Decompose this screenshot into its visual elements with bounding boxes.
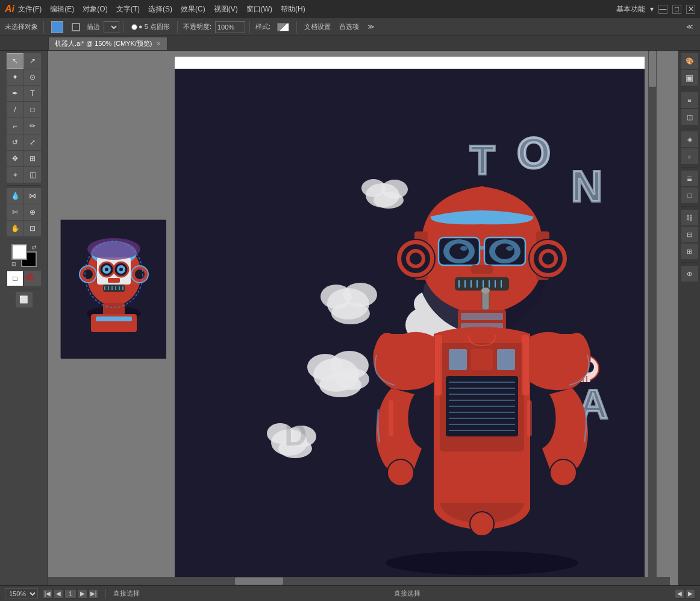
thumbnail-preview [60,219,166,358]
layers-button[interactable]: ≣ [681,171,698,186]
gradient-tool[interactable]: ◫ [24,167,41,183]
svg-rect-130 [522,335,529,395]
next-page-button[interactable]: ▶| [89,589,98,599]
scroll-right-button[interactable]: ▶ [686,589,695,599]
svg-point-38 [373,192,404,209]
reset-colors-icon[interactable]: ⊡ [11,261,16,267]
robot-artwork: D T [181,75,639,581]
thumbnail-svg [61,220,166,359]
color-panel-button[interactable]: 🎨 [681,53,698,69]
tool-row-3: ✒ T [7,86,41,101]
prev-page-button[interactable]: |◀ [43,589,52,599]
select-tool[interactable]: ↖ [7,53,23,69]
fill-color-swatch[interactable] [48,20,66,34]
svg-rect-125 [471,349,493,370]
scroll-left-button[interactable]: ◀ [675,589,684,599]
align-button[interactable]: ⊟ [681,227,698,242]
menu-window[interactable]: 窗口(W) [246,4,272,14]
rect-tool[interactable]: □ [24,102,41,118]
foreground-color-swatch[interactable] [11,244,27,260]
pathfinder-button[interactable]: ⊕ [681,266,698,282]
color-mode-none[interactable]: ⊘ [24,271,41,286]
gradient-panel-button[interactable]: ◫ [681,109,698,125]
vscroll-thumb[interactable] [649,51,656,87]
color-mode-fill[interactable]: □ [7,271,23,286]
rp-sep-4 [681,206,698,207]
menu-file[interactable]: 文件(F) [18,4,42,14]
close-button[interactable]: ✕ [686,5,695,14]
swap-colors-icon[interactable]: ⇄ [32,244,37,250]
minimize-button[interactable]: — [658,5,667,14]
style-label: 样式: [254,22,272,31]
stroke-color-swatch[interactable] [69,20,83,34]
page-input[interactable] [64,589,77,599]
blend-tool[interactable]: ⋈ [24,188,41,204]
menu-select[interactable]: 选择(S) [148,4,172,14]
scissors-tool[interactable]: ✄ [7,204,23,220]
next-button[interactable]: ▶ [78,589,87,599]
direct-select-tool[interactable]: ↗ [24,53,41,69]
vertical-scrollbar[interactable] [648,51,657,585]
extra-tool[interactable]: ⊡ [24,221,41,236]
menu-view[interactable]: 视图(V) [214,4,238,14]
lasso-tool[interactable]: ⊙ [24,69,41,85]
preferences-button[interactable]: 首选项 [336,20,362,34]
stroke-panel-button[interactable]: ≡ [681,92,698,108]
tab-close-button[interactable]: ✕ [156,40,161,47]
prev-button[interactable]: ◀ [54,589,63,599]
line-tool[interactable]: / [7,102,23,118]
shape-builder-tool[interactable]: ⌖ [7,167,23,183]
toolbar-collapse-button[interactable]: ≪ [683,20,696,34]
opacity-input[interactable] [215,21,245,33]
zoom-select[interactable]: 150% [5,588,38,599]
status-bar: 150% |◀ ◀ ▶ ▶| 直接选择 直接选择 ◀ ▶ [0,585,700,601]
magic-wand-tool[interactable]: ✦ [7,69,23,85]
doc-settings-button[interactable]: 文档设置 [301,20,334,34]
menu-edit[interactable]: 编辑(E) [50,4,74,14]
pen-tool[interactable]: ✒ [7,86,23,101]
tb-sep-2 [123,21,124,33]
menu-effect[interactable]: 效果(C) [181,4,205,14]
transform-button[interactable]: ⊞ [681,244,698,259]
style-swatch[interactable] [274,20,292,34]
canvas-area[interactable]: D T [48,51,678,585]
shape-indicator[interactable]: ● 5 点圆形 [128,20,173,34]
horizontal-scrollbar[interactable] [48,577,670,585]
stroke-width-select[interactable] [104,21,119,33]
artboards-button[interactable]: □ [681,187,698,203]
eyedropper-tool[interactable]: 💧 [7,188,23,204]
color-stack: ⇄ ⊡ [11,244,37,267]
zoom-tool[interactable]: ⊕ [24,204,41,220]
artboard-content: D T [175,69,645,585]
style-box [277,23,289,31]
document-tab[interactable]: 机器人.ai* @ 150% (CMYK/预览) ✕ [48,37,167,50]
menu-object[interactable]: 对象(O) [83,4,107,14]
menu-help[interactable]: 帮助(H) [281,4,305,14]
scale-tool[interactable]: ⤢ [24,134,41,150]
artboard-tool[interactable]: ⬜ [16,292,33,307]
graphic-styles-button[interactable]: ⬦ [681,148,698,164]
puppet-warp-tool[interactable]: ✥ [7,151,23,166]
hscroll-thumb[interactable] [235,577,283,585]
svg-point-131 [470,512,494,536]
menu-bar[interactable]: 文件(F) 编辑(E) 对象(O) 文字(T) 选择(S) 效果(C) 视图(V… [18,4,305,14]
free-transform-tool[interactable]: ⊞ [24,151,41,166]
right-panel: 🎨 ▣ ≡ ◫ ◈ ⬦ ≣ □ ⛓ ⊟ ⊞ ⊕ [678,51,700,585]
hand-tool[interactable]: ✋ [7,221,23,236]
type-tool[interactable]: T [24,86,41,101]
tool-row-11: ✋ ⊡ [7,221,41,236]
pencil-tool[interactable]: ✏ [24,118,41,134]
paintbrush-tool[interactable]: ⌐ [7,118,23,134]
fill-swatch[interactable] [51,21,63,33]
main-area: ↖ ↗ ✦ ⊙ ✒ T / □ ⌐ ✏ ↺ ⤢ ✥ ⊞ ⌖ ◫ [0,51,700,585]
rotate-tool[interactable]: ↺ [7,134,23,150]
maximize-button[interactable]: □ [672,5,681,14]
svg-point-9 [105,268,108,271]
swatches-button[interactable]: ▣ [681,70,698,86]
appearance-panel-button[interactable]: ◈ [681,131,698,147]
more-options-button[interactable]: ≫ [364,20,378,34]
menu-text[interactable]: 文字(T) [116,4,140,14]
links-button[interactable]: ⛓ [681,210,698,225]
zoom-control[interactable]: 150% [5,588,38,599]
svg-rect-11 [108,278,120,283]
